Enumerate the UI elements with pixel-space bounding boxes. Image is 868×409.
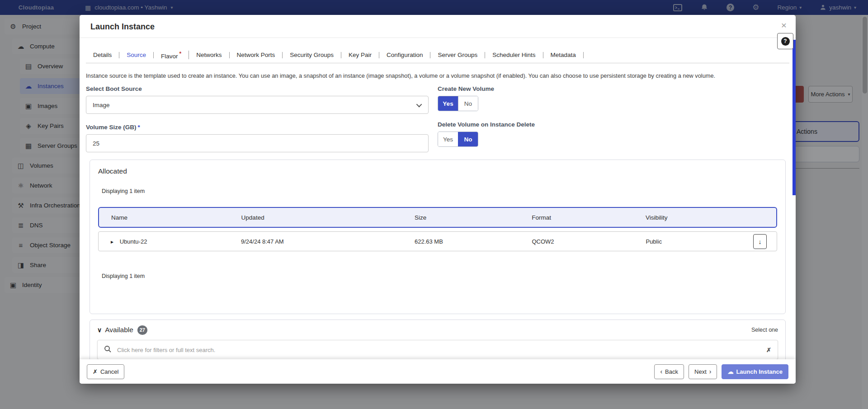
search-icon <box>104 345 112 355</box>
boot-source-select[interactable]: Image <box>86 96 429 114</box>
tab-flavor[interactable]: Flavor* <box>154 51 189 60</box>
tab-networks[interactable]: Networks <box>189 52 229 58</box>
tab-server-groups[interactable]: Server Groups <box>430 52 485 58</box>
boot-source-label: Select Boot Source <box>86 85 429 92</box>
tab-configuration[interactable]: Configuration <box>379 52 430 58</box>
close-icon[interactable]: × <box>781 20 787 30</box>
tab-details[interactable]: Details <box>86 52 119 58</box>
column-header-size: Size <box>402 214 519 221</box>
column-header-updated: Updated <box>229 214 402 221</box>
chevron-down-icon <box>416 101 422 107</box>
delete-volume-no-button[interactable]: No <box>458 132 478 146</box>
create-volume-yes-button[interactable]: Yes <box>438 96 458 111</box>
tab-scheduler-hints[interactable]: Scheduler Hints <box>485 52 543 58</box>
cell-format: QCOW2 <box>519 238 633 245</box>
allocated-title: Allocated <box>98 167 777 175</box>
column-header-name: Name <box>99 214 229 221</box>
column-header-format: Format <box>519 214 633 221</box>
allocated-count: Displaying 1 item <box>98 188 777 194</box>
modal-footer: ✗ Cancel ‹ Back Next › ☁ Launch Instance <box>80 359 796 384</box>
available-search-bar: ✗ <box>97 340 778 360</box>
allocated-table-header: Name Updated Size Format Visibility <box>98 207 777 228</box>
deallocate-button[interactable]: ↓ <box>753 234 767 249</box>
clear-search-icon[interactable]: ✗ <box>766 347 771 353</box>
wizard-help-button[interactable]: ? <box>777 33 793 49</box>
create-new-volume-toggle: Yes No <box>438 96 478 111</box>
modal-title: Launch Instance <box>90 22 155 31</box>
table-row[interactable]: ▸ Ubuntu-22 9/24/24 8:47 AM 622.63 MB QC… <box>98 231 777 251</box>
volume-size-input[interactable] <box>86 134 429 152</box>
required-asterisk: * <box>138 124 140 131</box>
delete-volume-label: Delete Volume on Instance Delete <box>438 121 789 128</box>
source-form: Select Boot Source Image Volume Size (GB… <box>86 85 789 152</box>
wizard-tabstrip: Details Source Flavor* Networks Network … <box>86 47 789 63</box>
modal-scrollbar-thumb[interactable] <box>793 40 796 195</box>
column-header-visibility: Visibility <box>633 214 776 221</box>
allocated-panel: Allocated Displaying 1 item Name Updated… <box>90 160 786 314</box>
cancel-button[interactable]: ✗ Cancel <box>87 364 124 379</box>
boot-source-value: Image <box>93 102 110 108</box>
modal-header: Launch Instance <box>80 15 796 38</box>
arrow-down-icon: ↓ <box>759 238 762 245</box>
delete-volume-yes-button[interactable]: Yes <box>438 132 458 146</box>
chevron-right-icon: › <box>709 368 712 375</box>
tab-metadata[interactable]: Metadata <box>543 52 584 58</box>
cell-name: ▸ Ubuntu-22 <box>99 238 229 245</box>
chevron-down-icon[interactable]: ∨ <box>97 326 102 334</box>
chevron-left-icon: ‹ <box>660 368 662 375</box>
x-icon: ✗ <box>93 368 98 375</box>
next-button[interactable]: Next › <box>689 364 717 379</box>
volume-size-label: Volume Size (GB)* <box>86 124 429 131</box>
caret-right-icon[interactable]: ▸ <box>111 239 113 245</box>
tab-network-ports[interactable]: Network Ports <box>230 52 283 58</box>
available-count-badge: 27 <box>137 325 147 335</box>
select-one-hint: Select one <box>751 327 778 333</box>
create-volume-no-button[interactable]: No <box>458 96 478 111</box>
cell-size: 622.63 MB <box>402 238 519 245</box>
help-icon: ? <box>781 37 790 46</box>
cloud-upload-icon: ☁ <box>727 368 733 375</box>
tab-security-groups[interactable]: Security Groups <box>283 52 341 58</box>
back-button[interactable]: ‹ Back <box>654 364 684 379</box>
available-title: Available <box>105 326 133 334</box>
cell-updated: 9/24/24 8:47 AM <box>229 238 402 245</box>
delete-volume-toggle: Yes No <box>438 132 478 147</box>
required-asterisk: * <box>179 51 182 57</box>
create-new-volume-label: Create New Volume <box>438 85 789 92</box>
launch-instance-modal: Launch Instance × ? Details Source Flavo… <box>80 15 796 384</box>
tab-key-pair[interactable]: Key Pair <box>341 52 379 58</box>
launch-instance-button[interactable]: ☁ Launch Instance <box>722 364 788 379</box>
tab-source[interactable]: Source <box>119 52 154 58</box>
search-input[interactable] <box>117 347 766 353</box>
source-description: Instance source is the template used to … <box>86 72 789 79</box>
allocated-count-footer: Displaying 1 item <box>98 273 777 279</box>
